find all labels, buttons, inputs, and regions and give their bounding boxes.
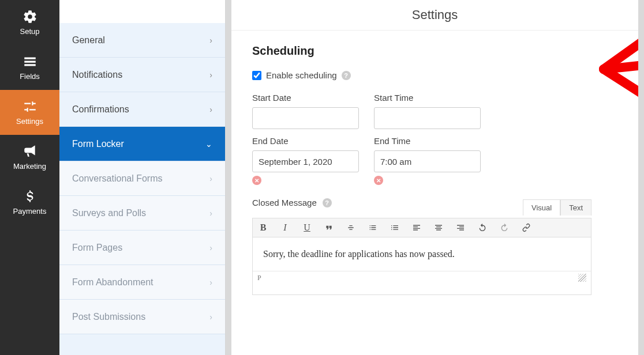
ordered-list-button[interactable] [389, 222, 400, 233]
chevron-right-icon: › [209, 174, 212, 183]
editor-toolbar: B I U [252, 218, 591, 237]
sidebar-item-marketing[interactable]: Marketing [0, 135, 59, 180]
enable-scheduling-checkbox[interactable] [252, 71, 261, 80]
align-right-button[interactable] [455, 222, 466, 233]
chevron-right-icon: › [209, 243, 212, 252]
chevron-right-icon: › [209, 105, 212, 114]
start-date-input[interactable] [252, 107, 359, 129]
page-title: Settings [231, 0, 638, 31]
chevron-down-icon: ⌄ [205, 139, 212, 149]
dollar-icon [23, 189, 38, 204]
start-time-label: Start Time [374, 93, 481, 103]
sidebar-item-setup[interactable]: Setup [0, 0, 59, 45]
end-time-input[interactable] [374, 150, 481, 172]
subnav-header-blank [59, 0, 225, 23]
section-heading-scheduling: Scheduling [252, 44, 591, 58]
icon-sidebar: Setup Fields Settings Marketing Payments [0, 0, 59, 355]
blockquote-button[interactable] [323, 222, 335, 233]
editor-status-element: P [257, 274, 261, 282]
subnav-item-form-pages[interactable]: Form Pages› [59, 231, 225, 265]
sidebar-label: Fields [20, 72, 40, 81]
rich-text-editor: Visual Text B I U [252, 218, 591, 295]
chevron-right-icon: › [209, 70, 212, 80]
editor-tab-visual[interactable]: Visual [523, 199, 560, 216]
redo-button[interactable] [499, 222, 510, 233]
sidebar-label: Setup [20, 27, 40, 36]
sidebar-label: Marketing [13, 162, 46, 171]
sliders-icon [23, 99, 38, 114]
align-center-button[interactable] [433, 222, 444, 233]
start-time-input[interactable] [374, 107, 481, 129]
help-icon[interactable]: ? [342, 71, 351, 80]
editor-content[interactable]: Sorry, the deadline for applications has… [253, 237, 591, 271]
clear-end-time-button[interactable]: ✕ [374, 176, 383, 185]
gear-icon [23, 9, 38, 24]
unordered-list-button[interactable] [367, 222, 379, 233]
sidebar-label: Settings [16, 117, 43, 126]
sidebar-item-fields[interactable]: Fields [0, 45, 59, 90]
settings-subnav: General› Notifications› Confirmations› F… [59, 0, 226, 355]
subnav-item-notifications[interactable]: Notifications› [59, 58, 225, 92]
end-date-label: End Date [252, 136, 359, 146]
align-left-button[interactable] [411, 222, 422, 233]
subnav-item-confirmations[interactable]: Confirmations› [59, 92, 225, 127]
strikethrough-button[interactable] [345, 222, 357, 233]
undo-button[interactable] [477, 222, 488, 233]
chevron-right-icon: › [209, 278, 212, 287]
main-panel: Settings Scheduling Enable scheduling ? … [226, 0, 644, 355]
chevron-right-icon: › [209, 36, 212, 45]
subnav-item-general[interactable]: General› [59, 23, 225, 58]
help-icon[interactable]: ? [323, 198, 332, 207]
bullhorn-icon [23, 144, 38, 159]
resize-handle-icon[interactable] [578, 274, 586, 282]
italic-button[interactable]: I [279, 222, 291, 233]
end-time-label: End Time [374, 136, 481, 146]
subnav-item-conversational-forms[interactable]: Conversational Forms› [59, 161, 225, 196]
start-date-label: Start Date [252, 93, 359, 103]
bold-button[interactable]: B [257, 222, 269, 233]
subnav-item-form-locker[interactable]: Form Locker⌄ [59, 127, 225, 161]
end-date-input[interactable] [252, 150, 359, 172]
underline-button[interactable]: U [301, 222, 313, 233]
subnav-item-post-submissions[interactable]: Post Submissions› [59, 300, 225, 334]
sidebar-item-settings[interactable]: Settings [0, 90, 59, 135]
clear-end-date-button[interactable]: ✕ [252, 176, 261, 185]
link-button[interactable] [521, 222, 532, 233]
subnav-item-form-abandonment[interactable]: Form Abandonment› [59, 265, 225, 300]
subnav-item-surveys-polls[interactable]: Surveys and Polls› [59, 196, 225, 231]
sidebar-item-payments[interactable]: Payments [0, 180, 59, 225]
list-icon [23, 54, 38, 69]
enable-scheduling-label: Enable scheduling [266, 70, 337, 80]
editor-tab-text[interactable]: Text [560, 199, 591, 216]
chevron-right-icon: › [209, 312, 212, 322]
chevron-right-icon: › [209, 209, 212, 218]
sidebar-label: Payments [13, 207, 47, 216]
closed-message-label: Closed Message [252, 198, 317, 207]
